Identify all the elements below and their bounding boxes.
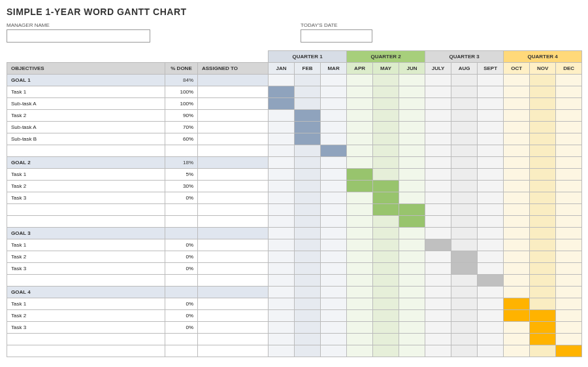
month-cell-apr[interactable] bbox=[347, 169, 373, 181]
month-cell-apr[interactable] bbox=[347, 263, 373, 275]
month-cell-apr[interactable] bbox=[347, 310, 373, 322]
month-cell-nov[interactable] bbox=[530, 192, 556, 204]
month-cell-jan[interactable] bbox=[269, 345, 295, 357]
month-cell-nov[interactable] bbox=[530, 122, 556, 133]
month-cell-nov[interactable] bbox=[530, 181, 556, 192]
month-cell-dec[interactable] bbox=[556, 298, 582, 310]
month-cell-may[interactable] bbox=[373, 145, 399, 157]
objective-cell[interactable]: GOAL 4 bbox=[7, 287, 165, 298]
month-cell-may[interactable] bbox=[373, 157, 399, 169]
month-cell-july[interactable] bbox=[425, 251, 451, 263]
month-cell-oct[interactable] bbox=[504, 251, 530, 263]
month-cell-mar[interactable] bbox=[321, 275, 347, 287]
month-cell-nov[interactable] bbox=[530, 310, 556, 322]
month-cell-oct[interactable] bbox=[504, 86, 530, 98]
month-cell-jan[interactable] bbox=[269, 334, 295, 345]
month-cell-dec[interactable] bbox=[556, 75, 582, 86]
month-cell-dec[interactable] bbox=[556, 310, 582, 322]
manager-input[interactable] bbox=[7, 29, 150, 43]
month-cell-oct[interactable] bbox=[504, 345, 530, 357]
assigned-cell[interactable] bbox=[198, 75, 269, 86]
objective-cell[interactable] bbox=[7, 275, 165, 287]
pct-done-cell[interactable] bbox=[165, 204, 198, 216]
month-cell-jan[interactable] bbox=[269, 98, 295, 110]
month-cell-apr[interactable] bbox=[347, 239, 373, 251]
month-cell-mar[interactable] bbox=[321, 334, 347, 345]
month-cell-jun[interactable] bbox=[399, 239, 425, 251]
objective-cell[interactable]: Task 1 bbox=[7, 298, 165, 310]
month-cell-dec[interactable] bbox=[556, 169, 582, 181]
month-cell-aug[interactable] bbox=[451, 133, 478, 145]
month-cell-jun[interactable] bbox=[399, 322, 425, 334]
month-cell-nov[interactable] bbox=[530, 345, 556, 357]
assigned-cell[interactable] bbox=[198, 145, 269, 157]
month-cell-aug[interactable] bbox=[451, 228, 478, 239]
month-cell-mar[interactable] bbox=[321, 216, 347, 228]
pct-done-cell[interactable] bbox=[165, 334, 198, 345]
month-cell-may[interactable] bbox=[373, 287, 399, 298]
pct-done-cell[interactable]: 84% bbox=[165, 75, 198, 86]
pct-done-cell[interactable]: 0% bbox=[165, 263, 198, 275]
month-cell-apr[interactable] bbox=[347, 287, 373, 298]
month-cell-feb[interactable] bbox=[295, 192, 321, 204]
month-cell-jan[interactable] bbox=[269, 181, 295, 192]
month-cell-oct[interactable] bbox=[504, 263, 530, 275]
month-cell-aug[interactable] bbox=[451, 204, 478, 216]
month-cell-jan[interactable] bbox=[269, 169, 295, 181]
month-cell-dec[interactable] bbox=[556, 157, 582, 169]
month-cell-jun[interactable] bbox=[399, 275, 425, 287]
month-cell-july[interactable] bbox=[425, 228, 451, 239]
month-cell-mar[interactable] bbox=[321, 86, 347, 98]
pct-done-cell[interactable]: 18% bbox=[165, 157, 198, 169]
month-cell-jan[interactable] bbox=[269, 110, 295, 122]
month-cell-dec[interactable] bbox=[556, 192, 582, 204]
month-cell-feb[interactable] bbox=[295, 310, 321, 322]
month-cell-jun[interactable] bbox=[399, 169, 425, 181]
month-cell-jun[interactable] bbox=[399, 204, 425, 216]
month-cell-july[interactable] bbox=[425, 75, 451, 86]
month-cell-oct[interactable] bbox=[504, 157, 530, 169]
objective-cell[interactable] bbox=[7, 145, 165, 157]
month-cell-jun[interactable] bbox=[399, 287, 425, 298]
month-cell-dec[interactable] bbox=[556, 133, 582, 145]
month-cell-aug[interactable] bbox=[451, 110, 478, 122]
pct-done-cell[interactable] bbox=[165, 145, 198, 157]
month-cell-jan[interactable] bbox=[269, 298, 295, 310]
month-cell-may[interactable] bbox=[373, 322, 399, 334]
month-cell-mar[interactable] bbox=[321, 204, 347, 216]
month-cell-apr[interactable] bbox=[347, 133, 373, 145]
month-cell-sept[interactable] bbox=[478, 251, 504, 263]
objective-cell[interactable]: Sub-task B bbox=[7, 133, 165, 145]
month-cell-jan[interactable] bbox=[269, 310, 295, 322]
pct-done-cell[interactable]: 70% bbox=[165, 122, 198, 133]
assigned-cell[interactable] bbox=[198, 98, 269, 110]
month-cell-sept[interactable] bbox=[478, 298, 504, 310]
objective-cell[interactable]: Task 3 bbox=[7, 263, 165, 275]
month-cell-mar[interactable] bbox=[321, 133, 347, 145]
month-cell-oct[interactable] bbox=[504, 122, 530, 133]
month-cell-nov[interactable] bbox=[530, 251, 556, 263]
month-cell-may[interactable] bbox=[373, 275, 399, 287]
month-cell-dec[interactable] bbox=[556, 287, 582, 298]
month-cell-sept[interactable] bbox=[478, 239, 504, 251]
month-cell-jan[interactable] bbox=[269, 287, 295, 298]
month-cell-nov[interactable] bbox=[530, 157, 556, 169]
month-cell-dec[interactable] bbox=[556, 322, 582, 334]
month-cell-aug[interactable] bbox=[451, 86, 478, 98]
month-cell-dec[interactable] bbox=[556, 251, 582, 263]
month-cell-mar[interactable] bbox=[321, 310, 347, 322]
objective-cell[interactable]: GOAL 3 bbox=[7, 228, 165, 239]
month-cell-may[interactable] bbox=[373, 310, 399, 322]
month-cell-sept[interactable] bbox=[478, 122, 504, 133]
month-cell-aug[interactable] bbox=[451, 216, 478, 228]
month-cell-apr[interactable] bbox=[347, 204, 373, 216]
month-cell-sept[interactable] bbox=[478, 133, 504, 145]
month-cell-apr[interactable] bbox=[347, 216, 373, 228]
month-cell-aug[interactable] bbox=[451, 310, 478, 322]
month-cell-feb[interactable] bbox=[295, 345, 321, 357]
month-cell-nov[interactable] bbox=[530, 287, 556, 298]
month-cell-nov[interactable] bbox=[530, 216, 556, 228]
month-cell-jun[interactable] bbox=[399, 145, 425, 157]
month-cell-jan[interactable] bbox=[269, 75, 295, 86]
month-cell-sept[interactable] bbox=[478, 228, 504, 239]
